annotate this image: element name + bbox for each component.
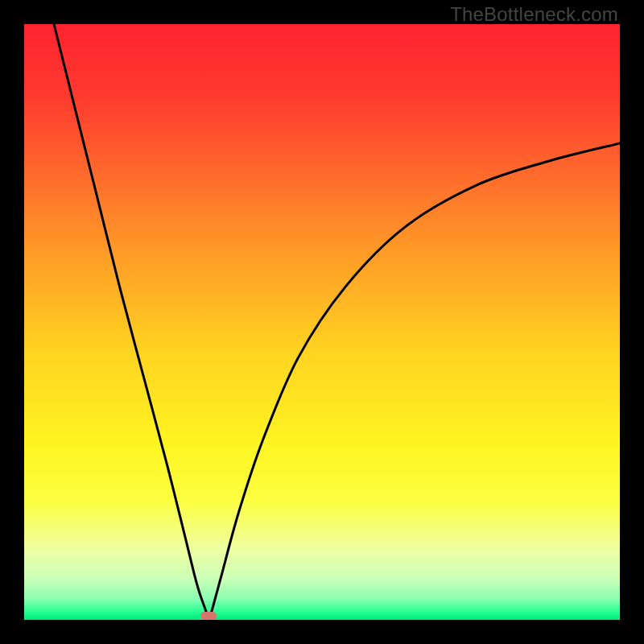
chart-frame <box>24 24 620 620</box>
watermark-text: TheBottleneck.com <box>450 3 618 26</box>
minimum-marker <box>200 612 217 620</box>
bottleneck-curve <box>24 24 620 620</box>
